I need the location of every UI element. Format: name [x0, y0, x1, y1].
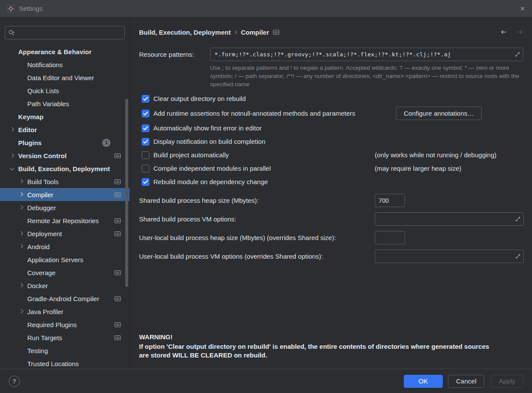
- sidebar-item-label: Coverage: [27, 269, 55, 276]
- chevron-right-icon[interactable]: [19, 231, 23, 236]
- sidebar-item-notifications[interactable]: Notifications: [0, 58, 130, 71]
- expand-icon[interactable]: [515, 216, 521, 222]
- chevron-right-icon[interactable]: [19, 179, 23, 184]
- sidebar-item-label: Testing: [27, 347, 48, 354]
- chevron-right-icon[interactable]: [19, 283, 23, 288]
- sidebar-item-run-targets[interactable]: Run Targets: [0, 331, 130, 344]
- checkbox-display-notification-on-build-completion[interactable]: [142, 138, 149, 146]
- chevron-right-icon[interactable]: [19, 244, 23, 249]
- sidebar-item-label: Keymap: [18, 113, 43, 120]
- input-shared-build-process-heap-size-mbytes[interactable]: [375, 194, 405, 207]
- sidebar-item-required-plugins[interactable]: Required Plugins: [0, 318, 130, 331]
- chevron-right-icon[interactable]: [19, 192, 23, 197]
- back-icon[interactable]: [500, 29, 507, 36]
- sidebar-item-label: Build, Execution, Deployment: [18, 165, 110, 172]
- warning-title: WARNING!: [139, 333, 494, 341]
- chevron-right-icon[interactable]: [10, 153, 14, 158]
- sidebar-item-testing[interactable]: Testing: [0, 344, 130, 357]
- sidebar-item-label: Editor: [18, 126, 37, 133]
- sidebar-scrollbar[interactable]: [125, 99, 128, 287]
- settings-search-box[interactable]: [5, 26, 125, 39]
- breadcrumb-current: Compiler: [241, 29, 269, 36]
- sidebar-item-label: Plugins: [18, 139, 42, 146]
- sidebar-item-appearance-behavior[interactable]: Appearance & Behavior: [0, 45, 130, 58]
- option-add-runtime-assertions-for-notnull-annotated-methods-and-parameters: Add runtime assertions for notnull-annot…: [139, 105, 523, 121]
- chevron-right-icon[interactable]: [19, 205, 23, 210]
- sidebar-item-keymap[interactable]: Keymap: [0, 110, 130, 123]
- option-rebuild-module-on-dependency-change: Rebuild module on dependency change: [139, 175, 523, 188]
- sidebar-item-label: Notifications: [27, 61, 63, 68]
- ok-button[interactable]: OK: [404, 375, 443, 388]
- chevron-right-icon[interactable]: [19, 309, 23, 314]
- close-icon[interactable]: ✕: [520, 5, 525, 12]
- sidebar-item-compiler[interactable]: Compiler: [0, 188, 130, 201]
- field-input-wrap: [375, 250, 524, 263]
- sidebar-item-android[interactable]: Android: [0, 240, 130, 253]
- checkbox-compile-independent-modules-in-parallel[interactable]: [142, 165, 149, 172]
- settings-dialog-icon: [7, 5, 15, 13]
- checkbox-label: Compile independent modules in parallel: [153, 165, 271, 172]
- option-clear-output-directory-on-rebuild: Clear output directory on rebuild: [139, 92, 523, 105]
- sidebar-item-label: Appearance & Behavior: [18, 48, 91, 55]
- sidebar-item-build-execution-deployment[interactable]: Build, Execution, Deployment: [0, 162, 130, 175]
- checkbox-add-runtime-assertions-for-notnull-annotated-methods-and-parameters[interactable]: [142, 110, 149, 117]
- sidebar-item-label: Docker: [27, 282, 48, 289]
- sidebar-item-docker[interactable]: Docker: [0, 279, 130, 292]
- project-scope-icon: [114, 192, 121, 198]
- sidebar-item-editor[interactable]: Editor: [0, 123, 130, 136]
- option-note: (may require larger heap size): [375, 165, 461, 172]
- input-shared-build-process-vm-options[interactable]: [375, 212, 524, 226]
- field-label: User-local build process VM options (ove…: [139, 253, 323, 260]
- sidebar-item-label: Android: [27, 243, 50, 250]
- breadcrumb-parent[interactable]: Build, Execution, Deployment: [139, 29, 231, 36]
- field-label: User-local build process heap size (Mbyt…: [139, 234, 336, 241]
- sidebar-item-trusted-locations[interactable]: Trusted Locations: [0, 357, 130, 369]
- warning-message: WARNING! If option 'Clear output directo…: [139, 333, 494, 360]
- build-process-fields: Shared build process heap size (Mbytes):…: [139, 191, 523, 266]
- apply-button: Apply: [490, 375, 523, 388]
- sidebar-item-label: Deployment: [27, 230, 62, 237]
- resource-patterns-input[interactable]: *.form;!?*.class;!?*.groovy;!?*.scala;!?…: [210, 48, 523, 61]
- project-scope-icon: [273, 29, 279, 35]
- sidebar-item-label: Run Targets: [27, 334, 62, 341]
- sidebar-item-label: Remote Jar Repositories: [27, 217, 99, 224]
- sidebar-item-gradle-android-compiler[interactable]: Gradle-Android Compiler: [0, 292, 130, 305]
- forward-icon[interactable]: [516, 29, 523, 36]
- project-scope-icon: [114, 296, 121, 302]
- chevron-right-icon[interactable]: [10, 127, 14, 132]
- sidebar-item-java-profiler[interactable]: Java Profiler: [0, 305, 130, 318]
- sidebar-item-version-control[interactable]: Version Control: [0, 149, 130, 162]
- input-user-local-build-process-vm-options-overrides-shared-options[interactable]: [375, 250, 524, 263]
- sidebar-item-quick-lists[interactable]: Quick Lists: [0, 84, 130, 97]
- sidebar-item-debugger[interactable]: Debugger: [0, 201, 130, 214]
- sidebar-item-label: Debugger: [27, 204, 56, 211]
- checkbox-clear-output-directory-on-rebuild[interactable]: [142, 95, 149, 103]
- compiler-options: Clear output directory on rebuildAdd run…: [139, 92, 523, 188]
- option-build-project-automatically: Build project automatically(only works w…: [139, 148, 523, 162]
- chevron-down-icon[interactable]: [10, 166, 14, 171]
- sidebar-item-plugins[interactable]: Plugins1: [0, 136, 130, 149]
- checkbox-label: Automatically show first error in editor: [153, 124, 262, 132]
- sidebar-item-build-tools[interactable]: Build Tools: [0, 175, 130, 188]
- sidebar-item-path-variables[interactable]: Path Variables: [0, 97, 130, 110]
- expand-icon[interactable]: [515, 253, 521, 259]
- expand-icon[interactable]: [515, 52, 520, 57]
- sidebar-item-deployment[interactable]: Deployment: [0, 227, 130, 240]
- sidebar-item-data-editor-and-viewer[interactable]: Data Editor and Viewer: [0, 71, 130, 84]
- sidebar-item-application-servers[interactable]: Application Servers: [0, 253, 130, 266]
- search-input[interactable]: [17, 29, 121, 36]
- dialog-footer: ? OK Cancel Apply: [0, 369, 532, 393]
- checkbox-label: Display notification on build completion: [153, 138, 265, 145]
- checkbox-build-project-automatically[interactable]: [142, 151, 149, 159]
- input-user-local-build-process-heap-size-mbytes-overrides-shared-size[interactable]: [375, 231, 405, 244]
- project-scope-icon: [114, 270, 121, 276]
- cancel-button[interactable]: Cancel: [448, 375, 485, 388]
- sidebar-item-remote-jar-repositories[interactable]: Remote Jar Repositories: [0, 214, 130, 227]
- checkbox-automatically-show-first-error-in-editor[interactable]: [142, 124, 149, 132]
- checkbox-rebuild-module-on-dependency-change[interactable]: [142, 178, 149, 186]
- breadcrumb-separator-icon: ›: [235, 28, 237, 36]
- configure-annotations-button[interactable]: Configure annotations…: [396, 107, 482, 120]
- help-icon[interactable]: ?: [9, 376, 20, 387]
- resource-patterns-label: Resource patterns:: [139, 51, 210, 58]
- sidebar-item-coverage[interactable]: Coverage: [0, 266, 130, 279]
